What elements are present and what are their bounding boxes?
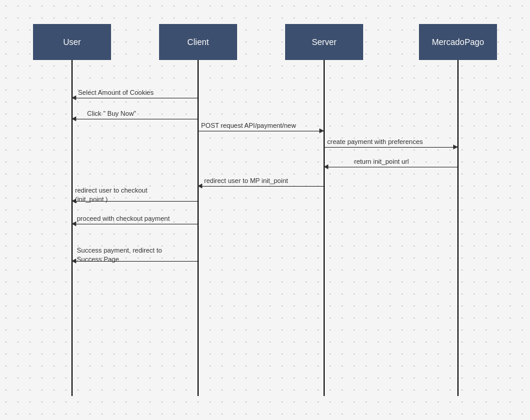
lifeline-mercadopago [457, 60, 459, 396]
label-msg5: return init_point url [354, 158, 409, 165]
actor-user: User [33, 24, 111, 60]
label-msg2: Click " Buy Now" [87, 110, 136, 117]
label-msg9: Success payment, redirect toSuccess Page [77, 246, 162, 265]
arrow-msg1 [72, 98, 197, 98]
arrow-msg6 [198, 186, 324, 187]
sequence-diagram: User Client Server MercadoPago Select Am… [0, 0, 530, 420]
arrow-msg5 [324, 167, 457, 167]
lifeline-server [324, 60, 325, 396]
actor-client: Client [159, 24, 237, 60]
label-msg6: redirect user to MP init_point [204, 177, 288, 184]
label-msg1: Select Amount of Cookies [78, 89, 154, 96]
actor-mercadopago: MercadoPago [419, 24, 497, 60]
arrow-msg3 [198, 131, 324, 131]
arrow-msg4 [324, 147, 457, 148]
lifeline-user [71, 60, 73, 396]
lifeline-client [197, 60, 199, 396]
label-msg3: POST request API/payment/new [201, 122, 296, 129]
label-msg7: redirect user to checkout(init_point ) [75, 186, 147, 205]
label-msg4: create payment with preferences [327, 138, 423, 145]
arrow-msg2 [72, 119, 197, 119]
label-msg8: proceed with checkout payment [77, 215, 170, 222]
arrow-msg8 [72, 224, 197, 224]
actor-server: Server [285, 24, 363, 60]
